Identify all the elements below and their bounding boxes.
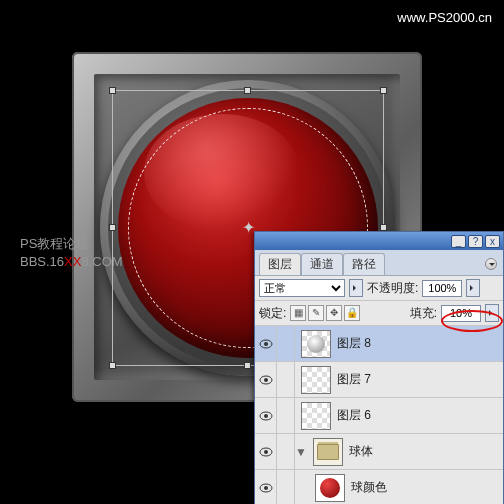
layer-name[interactable]: 球体 xyxy=(349,443,503,460)
lock-move-icon[interactable]: ✥ xyxy=(326,305,342,321)
tab-paths[interactable]: 路径 xyxy=(343,253,385,275)
visibility-toggle[interactable] xyxy=(255,326,277,362)
visibility-toggle[interactable] xyxy=(255,362,277,398)
layer-row[interactable]: 图层 8 xyxy=(255,326,503,362)
group-twisty[interactable]: ▼ xyxy=(295,445,307,459)
wm-a: BBS.16 xyxy=(20,254,64,269)
ft-handle-bottom-center[interactable] xyxy=(244,362,251,369)
lock-icons: ▦ ✎ ✥ 🔒 xyxy=(290,305,360,321)
wm-c: 8.COM xyxy=(81,254,122,269)
ft-handle-top-left[interactable] xyxy=(109,87,116,94)
blend-row: 正常 不透明度: xyxy=(255,276,503,301)
panel-titlebar[interactable]: _ ? x xyxy=(255,232,503,250)
blend-mode-select[interactable]: 正常 xyxy=(259,279,345,297)
layer-thumbnail[interactable] xyxy=(315,474,345,502)
layer-row[interactable]: 图层 7 xyxy=(255,362,503,398)
ft-handle-mid-right[interactable] xyxy=(380,224,387,231)
eye-icon xyxy=(259,411,273,421)
ft-handle-bottom-left[interactable] xyxy=(109,362,116,369)
panel-tabs: 图层 通道 路径 xyxy=(255,250,503,276)
svg-point-5 xyxy=(264,414,268,418)
svg-point-1 xyxy=(264,342,268,346)
eye-icon xyxy=(259,483,273,493)
lock-pixels-icon[interactable]: ▦ xyxy=(290,305,306,321)
layer-thumbnail[interactable] xyxy=(301,366,331,394)
ft-handle-top-center[interactable] xyxy=(244,87,251,94)
tab-channels[interactable]: 通道 xyxy=(301,253,343,275)
layer-name[interactable]: 球颜色 xyxy=(351,479,503,496)
layer-thumbnail[interactable] xyxy=(301,330,331,358)
lock-label: 锁定: xyxy=(259,305,286,322)
eye-icon xyxy=(259,447,273,457)
watermark-url: www.PS2000.cn xyxy=(397,10,492,25)
layer-name[interactable]: 图层 8 xyxy=(337,335,503,352)
fill-label: 填充: xyxy=(410,305,437,322)
layer-group-row[interactable]: ▼ 球体 xyxy=(255,434,503,470)
fill-input[interactable] xyxy=(441,305,481,322)
layer-row[interactable]: 球颜色 xyxy=(255,470,503,504)
opacity-flyout[interactable] xyxy=(466,279,480,297)
ft-handle-mid-left[interactable] xyxy=(109,224,116,231)
ft-center-point[interactable]: ✦ xyxy=(241,221,255,235)
panel-menu-button[interactable] xyxy=(485,258,497,270)
opacity-label: 不透明度: xyxy=(367,280,418,297)
link-column[interactable] xyxy=(277,470,295,505)
eye-icon xyxy=(259,339,273,349)
layer-list: 图层 8 图层 7 图层 6 ▼ 球体 xyxy=(255,326,503,504)
layer-row[interactable]: 图层 6 xyxy=(255,398,503,434)
blend-mode-flyout[interactable] xyxy=(349,279,363,297)
link-column[interactable] xyxy=(277,398,295,434)
eye-icon xyxy=(259,375,273,385)
layers-panel: _ ? x 图层 通道 路径 正常 不透明度: 锁定: ▦ ✎ ✥ 🔒 填充: xyxy=(254,231,504,504)
link-column[interactable] xyxy=(277,326,295,362)
watermark-forum: PS教程论坛 BBS.16XX8.COM xyxy=(20,235,123,271)
layer-thumbnail[interactable] xyxy=(301,402,331,430)
link-column[interactable] xyxy=(277,362,295,398)
tab-layers[interactable]: 图层 xyxy=(259,253,301,275)
panel-close-button[interactable]: x xyxy=(485,235,500,248)
wm-b: XX xyxy=(64,254,81,269)
panel-help-button[interactable]: ? xyxy=(468,235,483,248)
panel-min-button[interactable]: _ xyxy=(451,235,466,248)
lock-row: 锁定: ▦ ✎ ✥ 🔒 填充: xyxy=(255,301,503,326)
visibility-toggle[interactable] xyxy=(255,470,277,505)
fill-flyout[interactable] xyxy=(485,304,499,322)
watermark-forum-line2: BBS.16XX8.COM xyxy=(20,253,123,271)
visibility-toggle[interactable] xyxy=(255,398,277,434)
visibility-toggle[interactable] xyxy=(255,434,277,470)
watermark-forum-line1: PS教程论坛 xyxy=(20,235,123,253)
svg-point-3 xyxy=(264,378,268,382)
lock-brush-icon[interactable]: ✎ xyxy=(308,305,324,321)
folder-icon[interactable] xyxy=(313,438,343,466)
opacity-input[interactable] xyxy=(422,280,462,297)
layer-name[interactable]: 图层 7 xyxy=(337,371,503,388)
link-column[interactable] xyxy=(277,434,295,470)
lock-all-icon[interactable]: 🔒 xyxy=(344,305,360,321)
svg-point-9 xyxy=(264,486,268,490)
svg-point-7 xyxy=(264,450,268,454)
ft-handle-top-right[interactable] xyxy=(380,87,387,94)
layer-name[interactable]: 图层 6 xyxy=(337,407,503,424)
